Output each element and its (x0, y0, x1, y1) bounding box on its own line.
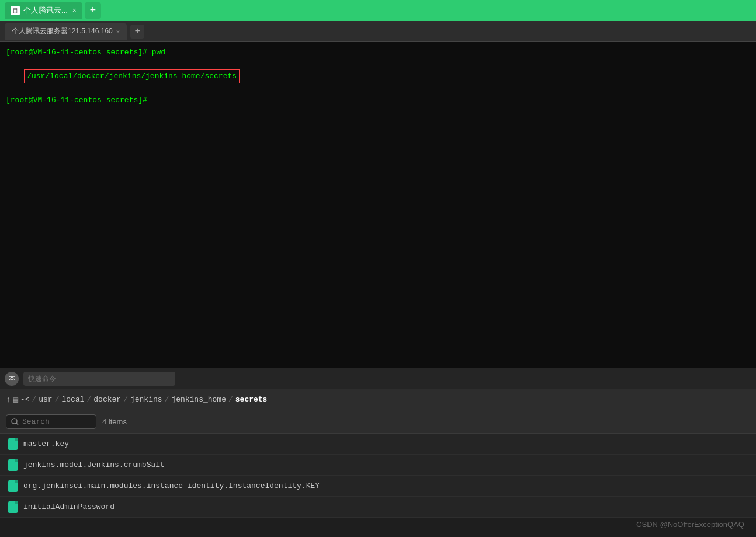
search-input[interactable] (22, 417, 86, 426)
svg-point-0 (12, 419, 17, 424)
breadcrumb-bar: ↑ ▤ -< / usr / local / docker / jenkins … (0, 389, 756, 410)
list-item[interactable]: master.key (0, 434, 756, 455)
watermark: CSDN @NoOfferExceptionQAQ (636, 520, 744, 529)
server-tab-close[interactable]: × (116, 28, 120, 35)
list-item[interactable]: jenkins.model.Jenkins.crumbSalt (0, 455, 756, 476)
file-list: master.key jenkins.model.Jenkins.crumbSa… (0, 434, 756, 518)
address-bar: 个人腾讯云服务器121.5.146.160 × + (0, 21, 756, 42)
file-icon (8, 438, 18, 450)
file-name: jenkins.model.Jenkins.crumbSalt (23, 461, 165, 469)
breadcrumb-jenkins[interactable]: jenkins (130, 395, 162, 404)
file-icon (8, 501, 18, 513)
tab-label: 个人腾讯云... (23, 5, 68, 16)
breadcrumb-secrets[interactable]: secrets (235, 395, 268, 404)
terminal-path-highlight: /usr/local/docker/jenkins/jenkins_home/s… (24, 69, 240, 83)
tab-close-button[interactable]: × (72, 6, 77, 15)
breadcrumb-usr[interactable]: usr (39, 395, 52, 404)
file-name: initialAdminPassword (23, 503, 115, 511)
server-tab[interactable]: 个人腾讯云服务器121.5.146.160 × (5, 23, 127, 40)
terminal-line-3: [root@VM-16-11-centos secrets]# (6, 95, 750, 106)
terminal-line-1: [root@VM-16-11-centos secrets]# pwd (6, 47, 750, 58)
list-item[interactable]: org.jenkinsci.main.modules.instance_iden… (0, 476, 756, 497)
main-tab[interactable]: 目 个人腾讯云... × (5, 2, 82, 19)
title-bar: 目 个人腾讯云... × + (0, 0, 756, 21)
breadcrumb-dashless[interactable]: -< (20, 395, 30, 404)
terminal-line-2: /usr/local/docker/jenkins/jenkins_home/s… (6, 58, 750, 95)
svg-line-1 (16, 423, 18, 425)
file-icon (8, 480, 18, 492)
circle-button[interactable]: 本 (5, 372, 19, 386)
breadcrumb-jenkins-home[interactable]: jenkins_home (171, 395, 226, 404)
breadcrumb-docker[interactable]: docker (93, 395, 121, 404)
search-icon (11, 418, 19, 426)
items-count: 4 items (102, 417, 127, 426)
search-bar: 4 items (0, 410, 756, 434)
search-box (6, 414, 96, 429)
file-icon (8, 459, 18, 471)
terminal[interactable]: [root@VM-16-11-centos secrets]# pwd /usr… (0, 42, 756, 368)
file-browser: ↑ ▤ -< / usr / local / docker / jenkins … (0, 389, 756, 518)
tab-icon: 目 (11, 6, 20, 15)
breadcrumb-local[interactable]: local (61, 395, 84, 404)
bottom-bar: 本 (0, 368, 756, 389)
file-name: org.jenkinsci.main.modules.instance_iden… (23, 482, 320, 490)
list-item[interactable]: initialAdminPassword (0, 497, 756, 518)
server-label: 个人腾讯云服务器121.5.146.160 (12, 26, 113, 36)
breadcrumb-folder-icon[interactable]: ▤ (13, 395, 18, 405)
breadcrumb-up-arrow[interactable]: ↑ (6, 395, 11, 405)
server-new-tab-button[interactable]: + (130, 25, 144, 39)
new-tab-button[interactable]: + (85, 2, 101, 19)
file-name: master.key (23, 440, 69, 448)
quick-command-input[interactable] (23, 372, 175, 386)
